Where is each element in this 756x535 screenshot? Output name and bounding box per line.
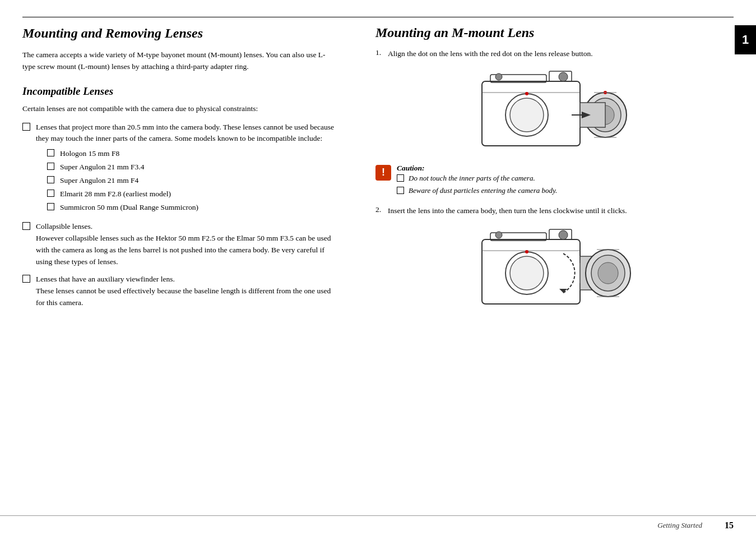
sub-item-label: Super Angulon 21 mm F3.4	[60, 162, 144, 173]
list-item: Lenses that have an auxiliary viewfinder…	[22, 274, 336, 309]
svg-point-28	[525, 250, 528, 253]
left-column: Mounting and Removing Lenses The camera …	[22, 17, 359, 504]
svg-point-16	[495, 73, 502, 80]
list-item: Elmarit 28 mm F2.8 (earliest model)	[36, 188, 336, 200]
svg-point-26	[598, 262, 618, 284]
step1-num: 1.	[375, 48, 388, 57]
caution-list: Do not touch the inner parts of the came…	[397, 173, 734, 196]
camera-diagram-2	[375, 223, 734, 315]
svg-marker-27	[559, 289, 567, 293]
list-item: Super Angulon 21 mm F3.4	[36, 162, 336, 173]
camera-svg-2	[476, 223, 633, 315]
page: Mounting and Removing Lenses The camera …	[0, 0, 756, 535]
checkbox-icon	[47, 203, 54, 210]
checkbox-icon	[47, 149, 54, 156]
sub-item-label: Hologon 15 mm F8	[60, 148, 119, 160]
footer: Getting Started 15	[0, 515, 756, 535]
checkbox-icon	[397, 174, 404, 182]
right-title: Mounting an M-mount Lens	[375, 25, 734, 40]
incompatible-list: Lenses that project more than 20.5 mm in…	[22, 122, 336, 309]
caution-box: ! Caution: Do not touch the inner parts …	[375, 164, 734, 197]
bullet2-text: Collapsible lenses.	[36, 222, 92, 230]
list-item: Lenses that project more than 20.5 mm in…	[22, 122, 336, 215]
step2-text: Insert the lens into the camera body, th…	[388, 205, 627, 217]
step1: 1. Align the dot on the lens with the re…	[375, 48, 734, 60]
caution-title: Caution:	[397, 164, 425, 172]
svg-point-11	[525, 92, 528, 95]
footer-label: Getting Started	[657, 521, 702, 530]
checkbox-icon	[22, 222, 30, 230]
bullet2-para: However collapsible lenses such as the H…	[36, 234, 331, 266]
checkbox-icon	[47, 190, 54, 197]
sub-list: Hologon 15 mm F8 Super Angulon 21 mm F3.…	[36, 148, 336, 214]
svg-point-29	[559, 230, 568, 239]
exclamation-icon: !	[382, 167, 385, 178]
section2-title: Incompatible Lenses	[22, 85, 336, 98]
list-item: Collapsible lenses. However collapsible …	[22, 221, 336, 268]
sub-item-label: Summicron 50 mm (Dual Range Summicron)	[60, 202, 198, 214]
checkbox-icon	[397, 187, 404, 194]
step2-num: 2.	[375, 205, 388, 214]
step1-text: Align the dot on the lens with the red d…	[388, 48, 593, 60]
left-intro: The camera accepts a wide variety of M-t…	[22, 49, 336, 73]
list-item: Beware of dust particles entering the ca…	[397, 185, 734, 196]
svg-point-5	[510, 98, 544, 132]
svg-point-30	[495, 232, 502, 238]
bullet1-text: Lenses that project more than 20.5 mm in…	[36, 123, 334, 143]
content-area: Mounting and Removing Lenses The camera …	[0, 0, 756, 515]
list-item: Super Angulon 21 mm F4	[36, 175, 336, 187]
left-title: Mounting and Removing Lenses	[22, 25, 336, 41]
section2-intro: Certain lenses are not compatible with t…	[22, 103, 336, 115]
right-column: 1 Mounting an M-mount Lens 1. Align the …	[359, 17, 734, 504]
checkbox-icon	[47, 176, 54, 183]
list-item: Summicron 50 mm (Dual Range Summicron)	[36, 202, 336, 214]
caution-content: Caution: Do not touch the inner parts of…	[397, 164, 734, 197]
svg-point-15	[559, 72, 568, 81]
checkbox-icon	[22, 275, 30, 283]
caution-icon: !	[375, 165, 391, 181]
caution-item1: Do not touch the inner parts of the came…	[409, 173, 535, 184]
camera-diagram-1	[375, 64, 734, 157]
checkbox-icon	[22, 123, 30, 131]
bullet3-para: These lenses cannot be used effectively …	[36, 287, 331, 307]
caution-item2: Beware of dust particles entering the ca…	[409, 185, 557, 196]
list-item: Do not touch the inner parts of the came…	[397, 173, 734, 184]
chapter-tab: 1	[735, 25, 756, 54]
camera-svg-1	[476, 64, 633, 157]
list-item: Hologon 15 mm F8	[36, 148, 336, 160]
step2: 2. Insert the lens into the camera body,…	[375, 205, 734, 217]
checkbox-icon	[47, 163, 54, 170]
chapter-number: 1	[742, 33, 749, 47]
page-number: 15	[725, 520, 734, 531]
bullet3-text: Lenses that have an auxiliary viewfinder…	[36, 275, 175, 283]
sub-item-label: Super Angulon 21 mm F4	[60, 175, 138, 187]
svg-point-22	[510, 256, 544, 290]
sub-item-label: Elmarit 28 mm F2.8 (earliest model)	[60, 188, 171, 200]
